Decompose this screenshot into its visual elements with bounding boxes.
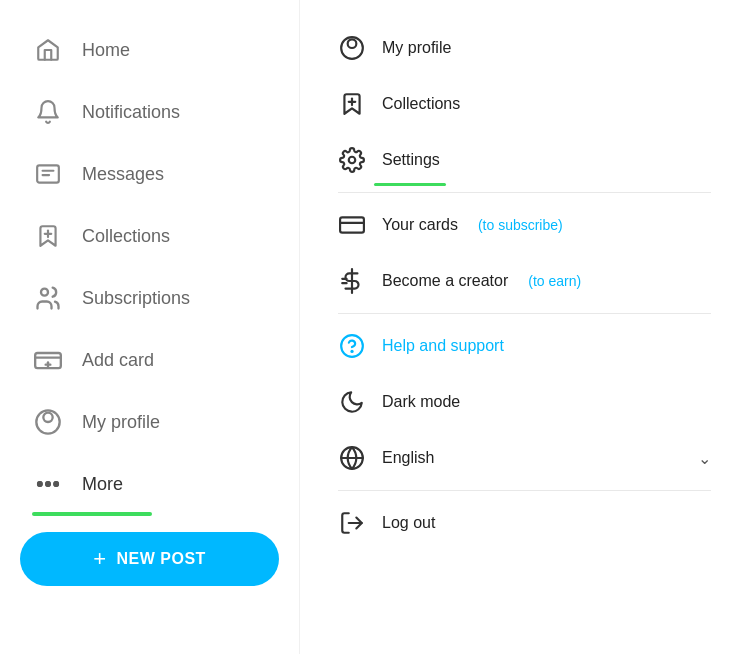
profile-icon <box>338 34 366 62</box>
menu-item-dark-mode[interactable]: Dark mode <box>330 374 719 430</box>
menu-item-log-out[interactable]: Log out <box>330 495 719 551</box>
menu-item-collections[interactable]: Collections <box>330 76 719 132</box>
collections-icon <box>338 90 366 118</box>
sidebar-item-label: My profile <box>82 412 160 433</box>
sidebar-item-more[interactable]: More <box>8 454 291 514</box>
plus-icon: + <box>93 548 106 570</box>
divider <box>338 490 711 491</box>
message-icon <box>32 158 64 190</box>
dark-mode-icon <box>338 388 366 416</box>
divider <box>338 192 711 193</box>
sidebar-item-label: Home <box>82 40 130 61</box>
sidebar: Home Notifications Messages Coll <box>0 0 300 654</box>
svg-point-20 <box>349 157 356 164</box>
menu-item-help-support[interactable]: Help and support <box>330 318 719 374</box>
sidebar-item-label: More <box>82 474 123 495</box>
menu-item-sub-label: (to subscribe) <box>478 217 563 233</box>
svg-rect-21 <box>340 217 364 232</box>
menu-item-label: My profile <box>382 39 451 57</box>
menu-item-label: Collections <box>382 95 460 113</box>
collections-icon <box>32 220 64 252</box>
menu-item-label: Log out <box>382 514 435 532</box>
sidebar-item-notifications[interactable]: Notifications <box>8 82 291 142</box>
menu-item-settings[interactable]: Settings <box>330 132 719 188</box>
menu-item-my-profile[interactable]: My profile <box>330 20 719 76</box>
become-creator-icon <box>338 267 366 295</box>
menu-item-label: Help and support <box>382 337 504 355</box>
menu-item-sub-label: (to earn) <box>528 273 581 289</box>
add-card-icon <box>32 344 64 376</box>
card-icon <box>338 211 366 239</box>
subscriptions-icon <box>32 282 64 314</box>
menu-item-label: Become a creator <box>382 272 508 290</box>
settings-underline <box>374 183 446 186</box>
svg-point-8 <box>43 413 52 422</box>
sidebar-item-my-profile[interactable]: My profile <box>8 392 291 452</box>
menu-item-label: Dark mode <box>382 393 460 411</box>
logout-icon <box>338 509 366 537</box>
menu-item-label: Settings <box>382 151 440 169</box>
sidebar-item-label: Add card <box>82 350 154 371</box>
menu-item-label: Your cards <box>382 216 458 234</box>
sidebar-item-subscriptions[interactable]: Subscriptions <box>8 268 291 328</box>
right-panel: My profile Collections Settings <box>300 0 749 654</box>
sidebar-item-label: Notifications <box>82 102 180 123</box>
sidebar-item-home[interactable]: Home <box>8 20 291 80</box>
svg-point-16 <box>348 39 357 48</box>
bell-icon <box>32 96 64 128</box>
home-icon <box>32 34 64 66</box>
globe-icon <box>338 444 366 472</box>
menu-item-english[interactable]: English ⌄ <box>330 430 719 486</box>
menu-item-become-creator[interactable]: Become a creator (to earn) <box>330 253 719 309</box>
sidebar-item-collections[interactable]: Collections <box>8 206 291 266</box>
sidebar-item-add-card[interactable]: Add card <box>8 330 291 390</box>
settings-icon <box>338 146 366 174</box>
divider <box>338 313 711 314</box>
new-post-label: NEW POST <box>117 550 206 568</box>
more-icon <box>32 468 64 500</box>
profile-icon <box>32 406 64 438</box>
new-post-button[interactable]: + NEW POST <box>20 532 279 586</box>
help-icon <box>338 332 366 360</box>
sidebar-item-label: Subscriptions <box>82 288 190 309</box>
sidebar-item-messages[interactable]: Messages <box>8 144 291 204</box>
menu-item-your-cards[interactable]: Your cards (to subscribe) <box>330 197 719 253</box>
svg-point-3 <box>41 289 48 296</box>
sidebar-item-label: Collections <box>82 226 170 247</box>
sidebar-item-label: Messages <box>82 164 164 185</box>
more-underline <box>32 512 152 516</box>
menu-item-label: English <box>382 449 434 467</box>
chevron-down-icon: ⌄ <box>698 449 711 468</box>
